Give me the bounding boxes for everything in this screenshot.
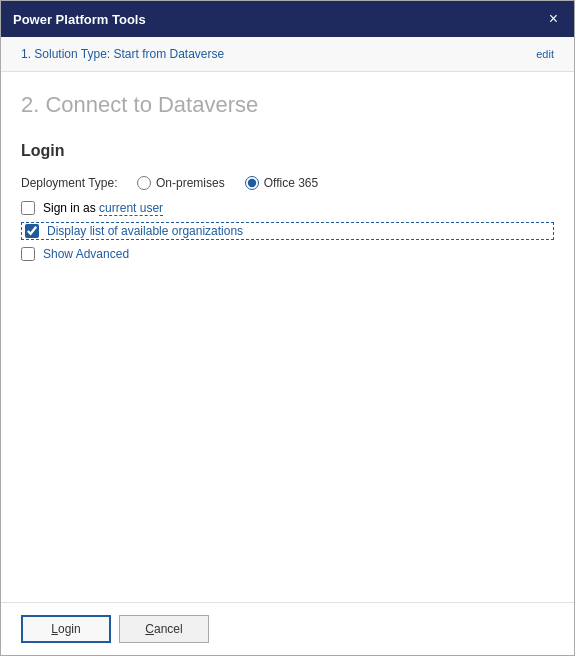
checkbox-displaylist[interactable]: [25, 224, 39, 238]
checkbox-displaylist-row: Display list of available organizations: [21, 222, 554, 240]
login-button[interactable]: Login: [21, 615, 111, 643]
radio-group: On-premises Office 365: [137, 176, 318, 190]
deployment-type-group: Deployment Type: On-premises Office 365: [21, 176, 554, 190]
radio-office365[interactable]: Office 365: [245, 176, 318, 190]
checkbox-signin[interactable]: [21, 201, 35, 215]
radio-office365-label: Office 365: [264, 176, 318, 190]
main-content-area: 2. Connect to Dataverse Login Deployment…: [1, 72, 574, 602]
radio-onpremises[interactable]: On-premises: [137, 176, 225, 190]
checkbox-advanced-row: Show Advanced: [21, 246, 554, 262]
section-title: 2. Connect to Dataverse: [21, 92, 554, 118]
checkbox-signin-label: Sign in as current user: [43, 201, 163, 215]
advanced-text: Show Advanced: [43, 247, 129, 261]
cancel-button-label: Cancel: [145, 622, 182, 636]
step-bar: 1. Solution Type: Start from Dataverse e…: [1, 37, 574, 72]
title-bar: Power Platform Tools ×: [1, 1, 574, 37]
signin-prefix: Sign in as: [43, 201, 99, 215]
deployment-label: Deployment Type:: [21, 176, 121, 190]
checkbox-signin-row: Sign in as current user: [21, 200, 554, 216]
login-section: Login Deployment Type: On-premises Offic…: [21, 142, 554, 268]
radio-onpremises-input[interactable]: [137, 176, 151, 190]
radio-office365-input[interactable]: [245, 176, 259, 190]
cancel-button[interactable]: Cancel: [119, 615, 209, 643]
checkbox-advanced-label: Show Advanced: [43, 247, 129, 261]
login-button-label: Login: [51, 622, 80, 636]
window-title: Power Platform Tools: [13, 12, 146, 27]
current-user-link[interactable]: current user: [99, 201, 163, 216]
close-button[interactable]: ×: [545, 11, 562, 27]
edit-link[interactable]: edit: [536, 48, 554, 60]
radio-onpremises-label: On-premises: [156, 176, 225, 190]
checkbox-advanced[interactable]: [21, 247, 35, 261]
displaylist-text: Display list of available organizations: [47, 224, 243, 238]
spacer: [21, 268, 554, 592]
button-bar: Login Cancel: [1, 602, 574, 655]
checkbox-displaylist-label: Display list of available organizations: [47, 224, 243, 238]
login-heading: Login: [21, 142, 554, 160]
main-window: Power Platform Tools × 1. Solution Type:…: [0, 0, 575, 656]
step-label: 1. Solution Type: Start from Dataverse: [21, 47, 224, 61]
window-content: 1. Solution Type: Start from Dataverse e…: [1, 37, 574, 655]
